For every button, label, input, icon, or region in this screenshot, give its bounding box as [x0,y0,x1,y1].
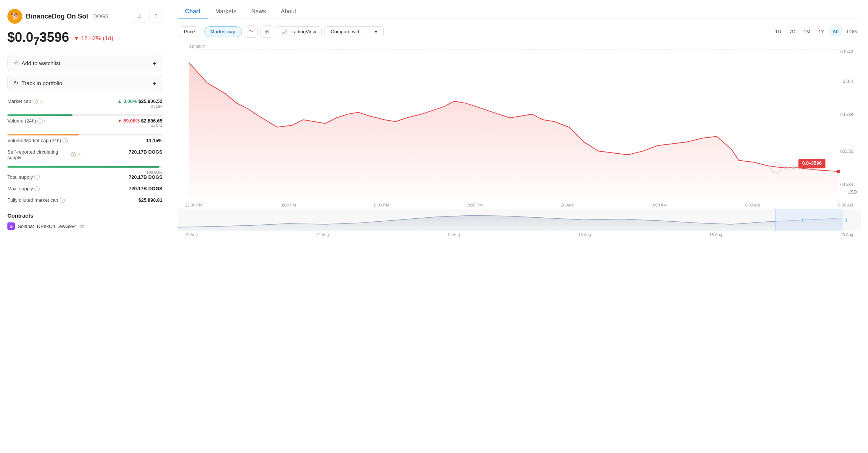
coin-name: BinanceDog On Sol [26,13,88,20]
tab-about[interactable]: About [273,4,304,19]
max-supply-value: 720.17B DOGS [129,186,162,191]
usd-axis-label: USD [848,189,857,195]
line-chart-icon-button[interactable]: 〜 [245,25,258,38]
price-toggle-button[interactable]: Price [178,26,201,37]
chart-tabs: Chart Markets News About [178,4,861,19]
copy-address-icon[interactable]: ⧉ [80,223,84,229]
x-label-4: 9:00 PM [468,203,483,207]
action-buttons: ☆ Add to watchlist + ↻ Track in portfoli… [7,55,162,91]
chart-controls: Price Market cap 〜 ⊞ 📈 TradingView Compa… [178,25,861,38]
total-supply-value: 720.17B DOGS [129,174,162,180]
volume-value: ▼ 59.08% $2,886.65 [117,118,162,124]
price-value: $0.073596 [7,30,69,47]
time-all-button[interactable]: All [829,27,842,36]
candle-chart-icon-button[interactable]: ⊞ [260,25,273,38]
vol-mktcap-value: 11.15% [146,138,162,143]
compare-with-button[interactable]: Compare with ▾ [324,26,384,37]
stat-volume: Volume (24h) i › ▼ 59.08% $2,886.65 #461… [7,118,162,130]
mini-date-4: 16 Aug [578,232,591,237]
total-supply-info-icon[interactable]: i [34,175,40,180]
tradingview-button[interactable]: 📈 TradingView [276,26,322,37]
time-1y-button[interactable]: 1Y [815,27,828,36]
price-row: $0.073596 ▼ 16.52% (1d) [7,30,162,47]
market-cap-label: Market cap [7,98,31,104]
mini-date-1: 10 Aug [185,232,198,237]
contracts-title: Contracts [7,212,162,219]
watchlist-star-button[interactable]: ☆ [133,10,146,23]
stat-max-supply: Max. supply i 720.17B DOGS [7,186,162,194]
volume-rank: #4614 [117,124,162,128]
volume-expand-icon[interactable]: › [44,118,46,124]
add-to-watchlist-button[interactable]: ☆ Add to watchlist + [7,55,162,71]
price-tooltip: 0.073596 [798,159,825,168]
time-1d-button[interactable]: 1D [771,27,785,36]
stat-circulating-supply: Self-reported circulating supply i ⚠ 720… [7,149,162,162]
chain-name: Solana: [18,224,34,229]
tradingview-label: TradingView [290,29,316,34]
contract-row: ◎ Solana: DPekQ4...ewG9v4 ⧉ [7,222,162,230]
circ-supply-progress-bar [7,166,162,168]
fdmc-value: $25,898.81 [138,197,162,203]
x-axis-labels: 12:00 PM 3:00 PM 6:00 PM 9:00 PM 20 Aug … [178,201,861,209]
watchlist-label: Add to watchlist [21,60,60,66]
portfolio-icon: ↻ [14,80,18,86]
log-button[interactable]: LOG [843,27,861,36]
circ-supply-value: 720.17B DOGS [129,149,162,155]
tab-chart[interactable]: Chart [178,4,208,19]
x-label-3: 6:00 PM [374,203,389,207]
x-label-7: 6:00 AM [745,203,760,207]
stat-fdmc: Fully diluted market cap i $25,898.81 [7,197,162,205]
circ-supply-label: Self-reported circulating supply [7,149,70,160]
mini-chart-svg: ⏸ ⏸ [178,209,861,231]
coin-ticker: DOGS [93,13,108,19]
svg-text:⏸: ⏸ [801,217,806,223]
svg-text:0.0₇42: 0.0₇42 [840,49,853,54]
time-1m-button[interactable]: 1M [800,27,814,36]
max-supply-info-icon[interactable]: i [34,186,40,191]
mini-chart[interactable]: ⏸ ⏸ [178,209,861,231]
tab-markets[interactable]: Markets [208,4,244,19]
svg-rect-10 [776,209,842,231]
market-cap-value: ▲ 0.00% $25,906.52 [117,98,162,104]
volume-label: Volume (24h) [7,118,36,124]
circ-supply-warn-icon: ⚠ [77,152,81,157]
fdmc-info-icon[interactable]: i [60,198,65,203]
market-cap-rank: #5184 [117,104,162,108]
tradingview-icon: 📈 [282,29,287,34]
chain-badge: ◎ [7,222,15,230]
time-7d-button[interactable]: 7D [785,27,799,36]
coin-header: 🐕 BinanceDog On Sol DOGS ☆ ⤴ [7,9,162,24]
price-chart-svg: 0.0₇42 0.0₇4 0.0₇38 0.0₇36 0.0₇34 0.0₇43… [178,42,861,197]
watchlist-plus-icon: + [153,60,156,66]
svg-text:0.0₇38: 0.0₇38 [840,112,853,117]
market-cap-warn-icon: ⚠ [39,99,43,104]
volume-info-icon[interactable]: i [37,118,43,124]
vol-mktcap-info-icon[interactable]: i [63,138,68,143]
share-button[interactable]: ⤴ [149,10,162,23]
track-portfolio-button[interactable]: ↻ Track in portfolio + [7,75,162,91]
volume-progress-bar [7,134,162,135]
price-chart-area: 0.0₇42 0.0₇4 0.0₇38 0.0₇36 0.0₇34 0.0₇43… [178,42,861,198]
svg-text:0.0₇4: 0.0₇4 [843,79,854,84]
tab-news[interactable]: News [244,4,273,19]
mini-date-5: 18 Aug [709,232,722,237]
svg-text:0.0₇36: 0.0₇36 [840,149,853,154]
time-range-buttons: 1D 7D 1M 1Y All LOG [771,27,861,36]
stats-section: Market cap i ⚠ ▲ 0.00% $25,906.52 #5184 … [7,98,162,205]
portfolio-label: Track in portfolio [21,80,62,86]
stat-market-cap: Market cap i ⚠ ▲ 0.00% $25,906.52 #5184 [7,98,162,111]
market-cap-toggle-button[interactable]: Market cap [204,26,242,37]
watchlist-icon: ☆ [14,60,18,66]
svg-text:0.0₇4307: 0.0₇4307 [189,44,205,49]
contract-address: DPekQ4...ewG9v4 [37,224,77,229]
mini-date-3: 14 Aug [447,232,460,237]
circ-supply-info-icon[interactable]: i [71,152,76,157]
circ-supply-pct: 100.00% [7,170,162,174]
svg-point-7 [837,170,840,173]
x-label-8: 9:00 AM [838,203,853,207]
mini-date-6: 20 Aug [841,232,853,237]
x-label-6: 3:00 AM [652,203,667,207]
market-cap-info-icon[interactable]: i [33,99,38,104]
svg-text:⏸: ⏸ [843,217,848,223]
total-supply-label: Total supply [7,174,33,180]
